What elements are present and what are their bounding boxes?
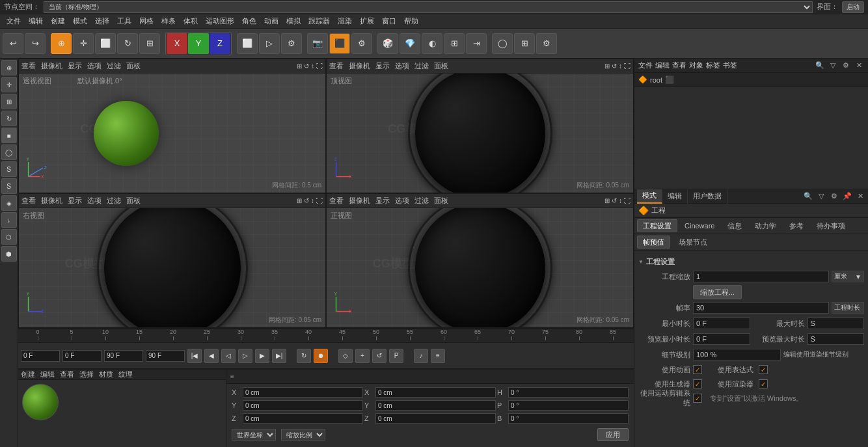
camera-btn[interactable]: 📷 <box>307 33 328 54</box>
transform-btn[interactable]: ⊞ <box>139 33 160 54</box>
vp-br-menu-options[interactable]: 选项 <box>395 196 409 206</box>
mat-menu-material[interactable]: 材质 <box>99 370 113 379</box>
wire-btn[interactable]: ⊞ <box>444 33 465 54</box>
sidebar-5[interactable]: ■ <box>1 128 17 143</box>
rt-menu-object[interactable]: 对象 <box>689 61 703 70</box>
coord-y-value[interactable]: 0 cm <box>243 400 363 411</box>
subtab-scene-node[interactable]: 场景节点 <box>673 236 713 249</box>
prop-min-value[interactable]: 0 F <box>693 318 750 329</box>
preview-end-field[interactable]: 90 F <box>146 350 185 362</box>
menu-sim[interactable]: 模拟 <box>282 16 305 26</box>
menu-spline[interactable]: 样条 <box>157 16 180 26</box>
attr-search-icon[interactable]: 🔍 <box>803 191 813 202</box>
tl-loop[interactable]: ↻ <box>297 349 311 363</box>
cb-use-render-check[interactable] <box>759 379 768 388</box>
prop-detail-value[interactable]: 100 % <box>693 349 781 360</box>
menu-mode[interactable]: 模式 <box>69 16 91 26</box>
menu-window[interactable]: 窗口 <box>378 16 400 26</box>
subtab-dynamics[interactable]: 动力学 <box>749 219 782 232</box>
vp-bl-menu-options[interactable]: 选项 <box>87 196 102 206</box>
coord-h-value[interactable]: 0 ° <box>508 387 629 398</box>
subtab-settings[interactable]: 工程设置 <box>637 219 677 232</box>
rt-settings-icon[interactable]: ⚙ <box>841 61 851 71</box>
arrow-btn[interactable]: ⇥ <box>466 33 487 54</box>
coord-hz-value[interactable]: 0 cm <box>375 413 496 424</box>
cb-use-table-check[interactable] <box>759 365 768 374</box>
prop-preview-min-value[interactable]: 0 F <box>693 333 750 345</box>
render2-btn[interactable]: ◯ <box>492 33 513 54</box>
render-view-btn[interactable]: ⬛ <box>329 33 350 54</box>
coord-b-value[interactable]: 0 ° <box>508 413 629 424</box>
mat-menu-edit[interactable]: 编辑 <box>40 370 55 379</box>
vp-bl-menu-panel[interactable]: 面板 <box>126 196 141 206</box>
vp-br-menu-filter[interactable]: 过滤 <box>414 196 429 206</box>
sidebar-6[interactable]: ◯ <box>1 144 17 160</box>
select-live-btn[interactable]: ⊕ <box>51 33 72 54</box>
tab-userdata[interactable]: 用户数据 <box>688 189 727 204</box>
tl-record[interactable]: ⏺ <box>314 349 328 363</box>
current-frame-field[interactable]: 0 F <box>21 350 60 362</box>
viewport-front-canvas[interactable]: 正视图 CG模型主 X Y 网格间距: 0.05 cm <box>327 208 633 327</box>
viewport-perspective-canvas[interactable]: 透视视图 默认摄像机.0° CGG模型主 Z Y X 网格间距: 0.5 cm <box>19 74 325 193</box>
tab-mode[interactable]: 模式 <box>637 189 662 204</box>
viewport-top-canvas[interactable]: 顶视图 CG模型主 X Z 网格间距: 0.05 cm <box>327 74 633 193</box>
subtab-frame-pre[interactable]: 帧预值 <box>637 236 670 249</box>
prop-preview-max-value[interactable]: S <box>807 333 865 345</box>
menu-animate[interactable]: 动画 <box>260 16 282 26</box>
vp-bl-icon-1[interactable]: ⊞ <box>297 197 302 204</box>
display-btn[interactable]: 💎 <box>400 33 420 54</box>
rt-menu-edit[interactable]: 编辑 <box>655 61 670 70</box>
sidebar-12[interactable]: ⬢ <box>1 246 17 262</box>
vp-tr-menu-panel[interactable]: 面板 <box>434 61 448 71</box>
rt-search-icon[interactable]: 🔍 <box>815 61 825 71</box>
rotate-btn[interactable]: ↻ <box>117 33 138 54</box>
cb-use-anim-check[interactable] <box>693 365 702 374</box>
vp-tl-menu-options[interactable]: 选项 <box>87 61 102 71</box>
interface-button[interactable]: 启动 <box>842 1 864 13</box>
vp-bl-menu-display[interactable]: 显示 <box>68 196 82 206</box>
vp-br-icon-2[interactable]: ↺ <box>612 197 617 204</box>
menu-mesh[interactable]: 网格 <box>135 16 157 26</box>
vp-tl-menu-view[interactable]: 查看 <box>21 61 36 71</box>
cb-use-gen-check[interactable] <box>693 379 702 388</box>
vp-tl-icon-3[interactable]: ↕ <box>311 62 314 70</box>
rt-menu-view[interactable]: 查看 <box>672 61 686 70</box>
vp-tr-menu-display[interactable]: 显示 <box>375 61 390 71</box>
menu-render[interactable]: 渲染 <box>334 16 356 26</box>
tl-key-btn3[interactable]: ↺ <box>372 349 387 363</box>
menu-select[interactable]: 选择 <box>91 16 113 26</box>
rt-menu-tag[interactable]: 标签 <box>706 61 720 70</box>
subtab-todo[interactable]: 待办事项 <box>811 219 851 232</box>
tl-step-fwd[interactable]: ▶ <box>255 349 269 363</box>
node-space-select[interactable]: 当前（标准/物理） <box>44 1 813 13</box>
vp-tr-menu-view[interactable]: 查看 <box>329 61 344 71</box>
attr-pin-icon[interactable]: 📌 <box>842 191 852 202</box>
vp-br-icon-4[interactable]: ⛶ <box>624 197 631 204</box>
tl-go-start[interactable]: |◀ <box>187 349 202 363</box>
sidebar-9[interactable]: ◈ <box>1 195 17 211</box>
vp-tr-icon-1[interactable]: ⊞ <box>604 62 610 70</box>
obj-cube-btn[interactable]: ⬜ <box>237 33 258 54</box>
mat-menu-select[interactable]: 选择 <box>79 370 94 379</box>
vp-tl-icon-4[interactable]: ⛶ <box>316 62 323 70</box>
axis-z-btn[interactable]: Z <box>210 33 230 54</box>
menu-edit[interactable]: 编辑 <box>25 16 47 26</box>
vp-tl-menu-filter[interactable]: 过滤 <box>107 61 121 71</box>
menu-file[interactable]: 文件 <box>3 16 25 26</box>
attr-close-icon[interactable]: ✕ <box>855 191 865 202</box>
tl-play-back[interactable]: ◁ <box>221 349 236 363</box>
view-cube-btn[interactable]: 🎲 <box>377 33 398 54</box>
move-btn[interactable]: ✛ <box>73 33 94 54</box>
rt-close-icon[interactable]: ✕ <box>854 61 864 71</box>
tab-edit[interactable]: 编辑 <box>662 189 688 204</box>
vp-tr-menu-camera[interactable]: 摄像机 <box>349 61 370 71</box>
vp-tr-icon-3[interactable]: ↕ <box>619 62 622 70</box>
subtab-ref[interactable]: 参考 <box>783 219 809 232</box>
sidebar-11[interactable]: ⬡ <box>1 229 17 245</box>
tl-go-end[interactable]: ▶| <box>272 349 286 363</box>
vp-tl-menu-display[interactable]: 显示 <box>68 61 82 71</box>
attr-settings-icon[interactable]: ⚙ <box>829 191 839 202</box>
mat-menu-create[interactable]: 创建 <box>21 370 35 379</box>
vp-tl-icon-1[interactable]: ⊞ <box>297 62 302 70</box>
sidebar-7[interactable]: S <box>1 161 17 177</box>
